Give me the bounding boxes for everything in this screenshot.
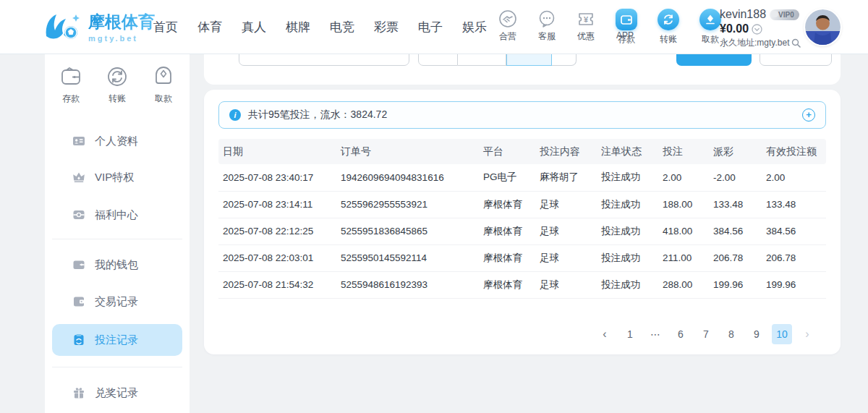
nav-item-home[interactable]: 首页	[153, 19, 178, 35]
pagination-page-10-active[interactable]: 10	[772, 324, 792, 344]
pagination-page-6[interactable]: 6	[671, 324, 691, 344]
sidebar-item-profile[interactable]: 个人资料	[52, 125, 182, 157]
cell-platform: 摩根体育	[479, 244, 535, 271]
top-header: 摩根体育 mgty.bet 首页 体育 真人 棋牌 电竞 彩票 电子 娱乐 合营	[0, 0, 868, 54]
sidebar-item-transactions[interactable]: 交易记录	[52, 286, 182, 318]
pagination-ellipsis[interactable]: ⋯	[645, 324, 665, 344]
pagination-prev-button[interactable]: ‹	[595, 324, 615, 344]
pagination-page-7[interactable]: 7	[696, 324, 716, 344]
col-header-status: 注单状态	[597, 139, 658, 164]
magnifier-icon[interactable]	[791, 38, 801, 48]
id-card-icon	[72, 135, 85, 148]
cell-date: 2025-07-08 23:40:17	[218, 164, 336, 191]
cell-bet: 2.00	[658, 164, 709, 191]
cell-payout: 133.48	[709, 191, 762, 218]
col-header-platform: 平台	[479, 139, 535, 164]
cell-valid: 384.56	[762, 218, 826, 244]
sidebar-transfer-button[interactable]: 转账	[104, 64, 130, 105]
brand-domain: mgty.bet	[88, 34, 155, 43]
sidebar-item-prize-records[interactable]: 兑奖记录	[52, 377, 182, 409]
cell-content: 足球	[535, 271, 597, 298]
sidebar-item-label: 交易记录	[95, 295, 138, 309]
sidebar-withdraw-button[interactable]: 取款	[150, 64, 176, 105]
cell-content: 足球	[535, 218, 597, 244]
transfer-arrows-icon	[658, 9, 679, 30]
cell-content: 足球	[535, 191, 597, 218]
nav-item-slots[interactable]: 电子	[418, 19, 443, 35]
customer-service-icon	[537, 9, 556, 28]
cell-payout: -2.00	[709, 164, 762, 191]
bet-record-icon	[72, 333, 85, 346]
sidebar-item-vip[interactable]: VIP特权	[52, 161, 182, 193]
nav-item-casino[interactable]: 娱乐	[462, 19, 487, 35]
pagination-page-1[interactable]: 1	[620, 324, 640, 344]
table-row: 2025-07-08 22:12:25 5255951836845865 摩根体…	[218, 218, 826, 244]
chevron-down-icon[interactable]	[752, 24, 762, 35]
date-range-segment[interactable]	[458, 54, 506, 66]
cell-bet: 418.00	[658, 218, 709, 244]
cell-platform: 摩根体育	[479, 271, 535, 298]
deposit-outline-icon	[58, 64, 84, 90]
sidebar-item-wallet[interactable]: 我的钱包	[52, 249, 182, 281]
nav-item-sports[interactable]: 体育	[197, 19, 222, 35]
svg-text:¥: ¥	[584, 15, 589, 24]
wallet-icon	[72, 258, 85, 271]
pagination-page-8[interactable]: 8	[721, 324, 741, 344]
customer-service-label: 客服	[538, 30, 556, 43]
sidebar-divider	[52, 239, 182, 239]
sidebar-item-welfare[interactable]: 福利中心	[52, 199, 182, 231]
nav-item-esports[interactable]: 电竞	[330, 19, 354, 35]
cell-date: 2025-07-08 22:12:25	[218, 218, 336, 244]
pagination-page-9[interactable]: 9	[746, 324, 767, 344]
cell-payout: 206.78	[709, 244, 762, 271]
date-range-segment[interactable]	[552, 54, 576, 66]
cell-valid: 2.00	[762, 164, 826, 191]
circle-plus-icon[interactable]: +	[802, 108, 815, 122]
sidebar-transfer-label: 转账	[109, 93, 126, 105]
customer-service-button[interactable]: 客服	[532, 9, 561, 43]
transfer-button[interactable]: 转账	[653, 9, 684, 46]
partner-button[interactable]: 合营	[493, 9, 522, 43]
cell-order: 5255962955553921	[336, 191, 479, 218]
nav-item-live[interactable]: 真人	[242, 19, 266, 35]
table-row: 2025-07-08 23:14:11 5255962955553921 摩根体…	[218, 191, 826, 218]
sidebar-item-label: 个人资料	[95, 135, 138, 148]
date-range-segment-active[interactable]	[506, 54, 552, 66]
header-quick-actions: 存款 转账 取款	[611, 9, 726, 46]
sidebar-item-label: 福利中心	[95, 208, 138, 222]
nav-item-board[interactable]: 棋牌	[286, 19, 310, 35]
cell-date: 2025-07-08 23:14:11	[218, 191, 336, 218]
deposit-button[interactable]: 存款	[611, 9, 642, 46]
brand-logo-icon	[42, 9, 84, 45]
cell-bet: 211.00	[658, 244, 709, 271]
table-row: 2025-07-08 23:40:17 1942609694094831616 …	[218, 164, 826, 191]
summary-alert: i 共计95笔投注，流水：3824.72 +	[218, 101, 826, 129]
avatar[interactable]	[805, 9, 841, 45]
cell-payout: 384.56	[709, 218, 762, 244]
sidebar-quick-actions: 存款 转账 取款	[45, 64, 190, 105]
withdraw-label: 取款	[702, 33, 719, 46]
sidebar-item-label: 兑奖记录	[95, 386, 138, 400]
pagination: ‹ 1 ⋯ 6 7 8 9 10 ›	[595, 324, 817, 344]
nav-item-lottery[interactable]: 彩票	[374, 19, 399, 35]
sidebar-item-bet-records[interactable]: 投注记录	[52, 324, 182, 356]
promotions-label: 优惠	[577, 30, 595, 43]
date-range-segment[interactable]	[418, 54, 458, 66]
cell-payout: 199.96	[709, 271, 762, 298]
gift-icon	[72, 386, 85, 399]
sidebar-withdraw-label: 取款	[155, 93, 172, 105]
summary-text: 共计95笔投注，流水：3824.72	[248, 108, 802, 122]
filter-select-input[interactable]	[239, 54, 409, 66]
table-row: 2025-07-08 22:03:01 5255950145592114 摩根体…	[218, 244, 826, 271]
pagination-next-button[interactable]: ›	[797, 324, 817, 344]
username[interactable]: kevin188	[720, 8, 766, 21]
sidebar-deposit-button[interactable]: 存款	[58, 64, 84, 105]
reset-button[interactable]	[760, 54, 832, 66]
brand-logo[interactable]: 摩根体育 mgty.bet	[42, 9, 155, 45]
promotions-button[interactable]: ¥ 优惠	[571, 9, 600, 43]
user-info: kevin188 VIP0 ¥0.00 永久地址:mgty.bet	[720, 8, 807, 49]
cell-content: 麻将胡了	[535, 164, 597, 191]
handshake-icon	[498, 9, 517, 28]
cell-status: 投注成功	[597, 271, 658, 298]
search-button[interactable]	[676, 54, 752, 66]
